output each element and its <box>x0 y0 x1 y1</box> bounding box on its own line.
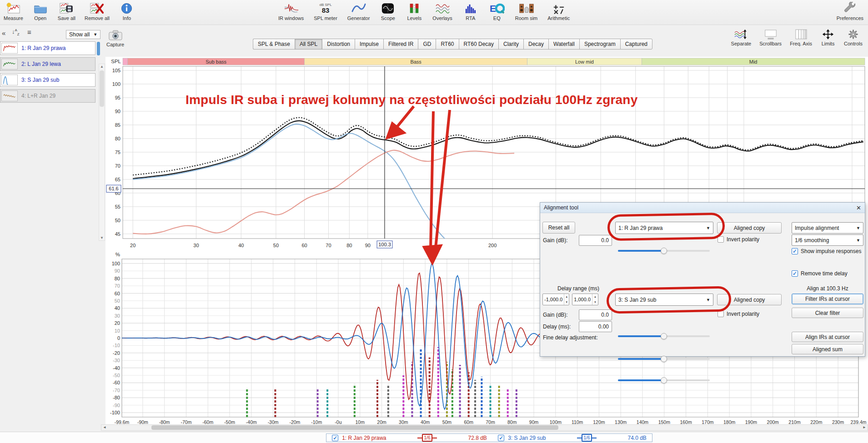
toolbar-label: Overlays <box>432 15 452 21</box>
show-all-dropdown[interactable]: Show all▼ <box>66 30 100 39</box>
measurement-list: 1: R Jan 29 prawa2: L Jan 29 lewa3: S Ja… <box>0 41 101 105</box>
trace-checkbox[interactable]: ✓ <box>332 435 338 441</box>
tab-rt60[interactable]: RT60 <box>436 39 458 50</box>
aligned-copy-a-button[interactable]: Aligned copy <box>717 222 782 234</box>
tab-all-spl[interactable]: All SPL <box>295 39 322 50</box>
scroll-down-icon[interactable]: ▼ <box>99 236 105 240</box>
remove-time-delay-checkbox[interactable]: ✓ <box>792 270 798 277</box>
toolbar-arithmetic-button[interactable]: Arithmetic <box>547 2 570 21</box>
tab-rt60-decay[interactable]: RT60 Decay <box>459 39 498 50</box>
menu-icon[interactable]: ≡ <box>27 28 31 36</box>
delay-slider[interactable] <box>618 353 710 364</box>
vertical-scroll-thumb[interactable] <box>100 70 104 107</box>
measurement-a-dropdown[interactable]: 1: R Jan 29 prawa▼ <box>615 222 713 234</box>
fine-delay-slider[interactable] <box>618 375 710 386</box>
delay-range-min-spinner[interactable]: -1,000.0 ▲▼ <box>542 294 569 305</box>
toolbar-open-button[interactable]: Open <box>32 2 49 21</box>
invert-polarity-b-checkbox[interactable] <box>717 311 724 317</box>
dialog-title: Alignment tool <box>544 204 578 211</box>
aligned-sum-button[interactable]: Aligned sum <box>792 344 863 354</box>
capture-button[interactable]: Capture <box>106 29 124 47</box>
alignment-mode-dropdown[interactable]: Impulse alignment▼ <box>792 222 863 234</box>
sort-icon[interactable]: ↓AZ <box>12 28 20 36</box>
graph-tabs: SPL & PhaseAll SPLDistortionImpulseFilte… <box>253 39 652 50</box>
toolbar-save-all-button[interactable]: Save all <box>58 2 75 21</box>
close-icon[interactable]: ✕ <box>856 204 861 211</box>
toolbar-remove-all-button[interactable]: Remove all <box>85 2 110 21</box>
align-irs-at-cursor-button[interactable]: Align IRs at cursor <box>792 332 863 342</box>
tab-spl-phase[interactable]: SPL & Phase <box>253 39 295 50</box>
clear-filter-button[interactable]: Clear filter <box>792 308 863 318</box>
open-icon <box>32 2 49 15</box>
smoothing-dropdown[interactable]: 1/6 smoothing▼ <box>792 234 863 246</box>
tab-captured[interactable]: Captured <box>620 39 652 50</box>
toolbar-rta-button[interactable]: RTA <box>462 2 479 21</box>
measurement-label: 1: R Jan 29 prawa <box>21 45 65 51</box>
limits-button[interactable]: Limits <box>820 28 836 46</box>
toolbar-preferences-button[interactable]: Preferences <box>837 2 863 21</box>
controls-button[interactable]: Controls <box>844 28 863 46</box>
toolbar-label: IR windows <box>278 15 304 21</box>
toolbar-generator-button[interactable]: Generator <box>347 2 370 21</box>
main-toolbar: MeasureOpenSave allRemove allInfo IR win… <box>0 0 868 25</box>
list-scrollbar-thumb[interactable] <box>97 42 100 55</box>
measurement-item-3[interactable]: 3: S Jan 29 sub <box>0 73 95 87</box>
scroll-left-icon[interactable]: ◄ <box>101 425 108 430</box>
toolbar-info-button[interactable]: Info <box>119 2 135 21</box>
tab-gd[interactable]: GD <box>418 39 436 50</box>
save-all-icon <box>58 2 75 15</box>
gain-b-field[interactable]: 0.0 <box>579 309 612 320</box>
toolbar-room-sim-button[interactable]: Room sim <box>515 2 538 21</box>
tab-spectrogram[interactable]: Spectrogram <box>579 39 620 50</box>
measurement-item-4[interactable]: 4: L+R Jan 29 <box>0 89 95 103</box>
freq-axis-button[interactable]: Freq. Axis <box>790 28 812 46</box>
delay-range-max-spinner[interactable]: 1,000.0 ▲▼ <box>572 294 598 305</box>
tab-decay[interactable]: Decay <box>523 39 548 50</box>
chart-vertical-scrollbar[interactable]: ▲ ▼ <box>99 64 105 241</box>
delay-range-label: Delay range (ms) <box>557 285 599 292</box>
svg-text:100: 100 <box>112 261 120 266</box>
delay-field[interactable]: 0.00 <box>579 321 612 332</box>
gain-a-slider[interactable] <box>618 245 710 256</box>
spinner-arrows-icon[interactable]: ▲▼ <box>592 294 598 305</box>
show-impulse-responses-checkbox[interactable]: ✓ <box>792 248 798 254</box>
gain-a-field[interactable]: 0.0 <box>579 235 612 246</box>
spinner-arrows-icon[interactable]: ▲▼ <box>564 294 569 305</box>
tab-waterfall[interactable]: Waterfall <box>548 39 579 50</box>
scrollbars-button[interactable]: Scrollbars <box>759 28 782 46</box>
toolbar-eq-button[interactable]: EEQ <box>489 2 505 21</box>
scroll-up-icon[interactable]: ▲ <box>99 65 105 69</box>
aligned-copy-b-button[interactable]: Aligned copy <box>717 294 782 305</box>
measurement-item-2[interactable]: 2: L Jan 29 lewa <box>0 57 95 71</box>
filter-irs-at-cursor-button[interactable]: Filter IRs at cursor <box>792 294 863 304</box>
generator-icon <box>351 2 367 15</box>
measurement-item-1[interactable]: 1: R Jan 29 prawa <box>0 41 95 55</box>
svg-text:100.3: 100.3 <box>378 242 391 247</box>
smoothing-badge[interactable]: 1/6 <box>417 434 437 442</box>
gain-b-slider[interactable] <box>618 331 710 342</box>
dialog-title-bar[interactable]: Alignment tool ✕ <box>540 203 865 213</box>
horizontal-scroll-thumb[interactable] <box>151 425 558 430</box>
tab-filtered-ir[interactable]: Filtered IR <box>383 39 418 50</box>
chart-horizontal-scrollbar[interactable]: ◄ ► <box>101 424 868 431</box>
invert-polarity-a-checkbox[interactable] <box>717 236 724 243</box>
secondary-bar: « ↓AZ ≡ Show all▼ Capture SPL & PhaseAll… <box>0 25 868 56</box>
toolbar-measure-button[interactable]: Measure <box>4 2 23 21</box>
toolbar-scope-button[interactable]: Scope <box>380 2 396 21</box>
tab-clarity[interactable]: Clarity <box>498 39 523 50</box>
toolbar-levels-button[interactable]: 0369Levels <box>406 2 422 21</box>
scroll-right-icon[interactable]: ► <box>861 425 868 430</box>
separate-button[interactable]: Separate <box>731 28 752 46</box>
svg-text:-30: -30 <box>113 358 120 363</box>
tab-distortion[interactable]: Distortion <box>322 39 355 50</box>
trace-checkbox[interactable]: ✓ <box>498 435 504 441</box>
tab-impulse[interactable]: Impulse <box>355 39 383 50</box>
chevron-down-icon: ▼ <box>93 32 97 37</box>
toolbar-spl-meter-button[interactable]: dB SPL83SPL meter <box>314 2 337 21</box>
collapse-sidebar-icon[interactable]: « <box>2 29 5 37</box>
toolbar-ir-windows-button[interactable]: IR windows <box>278 2 304 21</box>
reset-all-button[interactable]: Reset all <box>542 222 575 234</box>
measurement-b-dropdown[interactable]: 3: S Jan 29 sub▼ <box>615 294 713 306</box>
toolbar-overlays-button[interactable]: Overlays <box>432 2 452 21</box>
smoothing-badge[interactable]: 1/6 <box>577 434 597 442</box>
